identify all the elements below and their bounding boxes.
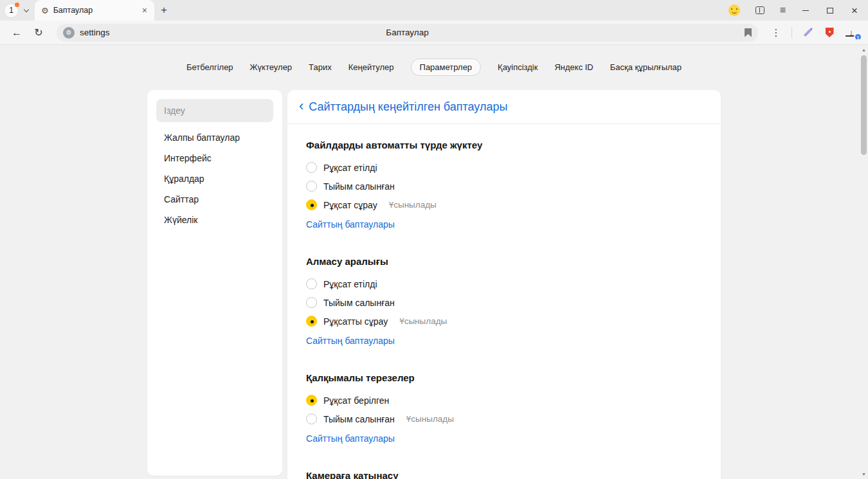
settings-page: Бетбелгілер Жүктеулер Тарих Кеңейтулер П… (0, 45, 868, 479)
section-camera-access: Камераға қатынасу ov9734_azurewave_camer… (306, 444, 702, 479)
section-title: Қалқымалы терезелер (306, 372, 702, 383)
radio-icon[interactable] (306, 413, 317, 424)
tab-bookmarks[interactable]: Бетбелгілер (186, 59, 233, 75)
settings-layout: Жалпы баптаулар Интерфейс Құралдар Сайтт… (0, 90, 868, 479)
radio-badge: Ұсынылады (389, 200, 437, 210)
bookmark-icon[interactable] (745, 28, 752, 37)
radio-option[interactable]: Рұқсатты сұрау Ұсынылады (306, 312, 702, 330)
site-settings-link[interactable]: Сайттың баптаулары (306, 219, 395, 230)
tab-settings[interactable]: Параметрлер (411, 59, 482, 76)
radio-option[interactable]: Рұқсат етілді (306, 275, 702, 293)
main-body: Файлдарды автоматты түрде жүктеу Рұқсат … (287, 124, 721, 479)
radio-icon[interactable] (306, 162, 317, 173)
section-title: Файлдарды автоматты түрде жүктеу (306, 140, 702, 150)
radio-label: Рұқсат берілген (323, 395, 389, 406)
sidebar-item-interface[interactable]: Интерфейс (147, 148, 282, 168)
search-input[interactable] (156, 99, 273, 122)
active-tab[interactable]: ⚙ Баптаулар × (35, 0, 154, 21)
site-settings-link[interactable]: Сайттың баптаулары (306, 433, 395, 444)
scroll-down-icon[interactable]: ▼ (860, 472, 868, 476)
section-title: Камераға қатынасу (306, 470, 702, 479)
scroll-up-icon[interactable]: ▲ (860, 48, 868, 52)
site-settings-link[interactable]: Сайттың баптаулары (306, 336, 395, 346)
tab-other-devices[interactable]: Басқа құрылғылар (610, 59, 682, 75)
radio-option[interactable]: Тыйым салынған Ұсынылады (306, 410, 702, 428)
minimize-button[interactable] (801, 5, 810, 15)
reload-button[interactable]: ↻ (30, 26, 48, 39)
gear-icon: ⚙ (41, 6, 49, 15)
tab-extensions[interactable]: Кеңейтулер (348, 59, 394, 75)
site-icon: ⚙ (63, 27, 75, 39)
sidebar-search (147, 90, 282, 127)
radio-icon[interactable] (306, 395, 317, 406)
radio-badge: Ұсынылады (399, 316, 447, 326)
tabstrip-right-controls: ≡ × (728, 5, 868, 16)
avatar-smiley-icon[interactable] (728, 5, 740, 16)
side-panel-icon[interactable] (755, 6, 764, 14)
radio-label: Рұқсатты сұрау (323, 316, 388, 327)
download-badge: 1 (854, 33, 862, 41)
radio-label: Рұқсат етілді (323, 163, 377, 173)
radio-icon[interactable] (306, 297, 317, 308)
section-clipboard: Алмасу аралығы Рұқсат етілді Тыйым салын… (306, 230, 702, 347)
browser-window: 1 ⚙ Баптаулар × + ≡ × ← ↻ ⚙ settings Бап… (0, 0, 868, 479)
radio-icon[interactable] (306, 278, 317, 289)
radio-option[interactable]: Тыйым салынған (306, 293, 702, 312)
close-window-button[interactable]: × (850, 5, 859, 15)
sidebar-item-tools[interactable]: Құралдар (147, 168, 282, 189)
radio-label: Рұқсат етілді (323, 279, 377, 289)
settings-nav-tabs: Бетбелгілер Жүктеулер Тарих Кеңейтулер П… (0, 58, 868, 76)
pencil-icon (804, 28, 812, 37)
downloads-button[interactable]: ↓ 1 (842, 28, 860, 37)
sidebar-item-general[interactable]: Жалпы баптаулар (147, 127, 282, 148)
tabs-counter-button[interactable]: 1 (4, 3, 19, 18)
settings-sidebar: Жалпы баптаулар Интерфейс Құралдар Сайтт… (147, 90, 282, 476)
settings-main: ‹ Сайттардың кеңейтілген баптаулары Файл… (287, 90, 721, 479)
close-icon: × (851, 5, 858, 16)
radio-badge: Ұсынылады (406, 414, 454, 424)
radio-option[interactable]: Тыйым салынған (306, 177, 702, 195)
protect-button[interactable] (820, 28, 838, 37)
scrollbar-thumb[interactable] (861, 55, 867, 155)
main-header: ‹ Сайттардың кеңейтілген баптаулары (287, 90, 721, 124)
scrollbar[interactable]: ▲ ▼ (860, 45, 868, 479)
radio-option[interactable]: Рұқсат берілген (306, 391, 702, 410)
edit-pencil-button[interactable] (799, 32, 817, 34)
maximize-icon (827, 8, 833, 14)
menu-icon[interactable]: ≡ (780, 5, 786, 15)
radio-icon[interactable] (306, 316, 317, 327)
tab-title: Баптаулар (53, 6, 136, 15)
back-chevron-icon[interactable]: ‹ (296, 99, 309, 114)
maximize-button[interactable] (826, 5, 835, 15)
section-popups: Қалқымалы терезелер Рұқсат берілген Тыйы… (306, 347, 702, 444)
minimize-icon (802, 10, 809, 11)
protect-shield-icon (826, 28, 834, 37)
address-text: settings (80, 28, 110, 37)
tab-strip: 1 ⚙ Баптаулар × + ≡ × (0, 0, 868, 21)
radio-option[interactable]: Рұқсат етілді (306, 158, 702, 177)
radio-icon[interactable] (306, 181, 317, 192)
radio-label: Рұқсат сұрау (323, 200, 377, 210)
radio-option[interactable]: Рұқсат сұрау Ұсынылады (306, 195, 702, 214)
radio-label: Тыйым салынған (323, 181, 395, 192)
tab-security[interactable]: Қауіпсіздік (498, 59, 538, 75)
new-tab-button[interactable]: + (154, 4, 174, 17)
page-heading: Сайттардың кеңейтілген баптаулары (309, 100, 507, 114)
tab-yandex-id[interactable]: Яндекс ID (554, 59, 593, 75)
tab-history[interactable]: Тарих (309, 59, 332, 75)
tab-close-icon[interactable]: × (140, 5, 149, 15)
more-options-icon[interactable]: ⋮ (767, 27, 785, 39)
page-title: Баптаулар (57, 28, 758, 37)
tab-downloads[interactable]: Жүктеулер (250, 59, 293, 75)
back-button[interactable]: ← (8, 27, 26, 39)
radio-label: Тыйым салынған (323, 414, 395, 424)
notification-dot-icon (15, 3, 19, 7)
browser-toolbar: ← ↻ ⚙ settings Баптаулар ⋮ ↓ 1 (0, 21, 868, 45)
address-bar[interactable]: ⚙ settings Баптаулар (57, 24, 758, 42)
radio-icon[interactable] (306, 199, 317, 210)
radio-label: Тыйым салынған (323, 298, 395, 308)
tabs-chevron-down-icon[interactable] (24, 7, 29, 12)
section-title: Алмасу аралығы (306, 256, 702, 267)
sidebar-item-sites[interactable]: Сайттар (147, 189, 282, 210)
sidebar-item-system[interactable]: Жүйелік (147, 210, 282, 230)
